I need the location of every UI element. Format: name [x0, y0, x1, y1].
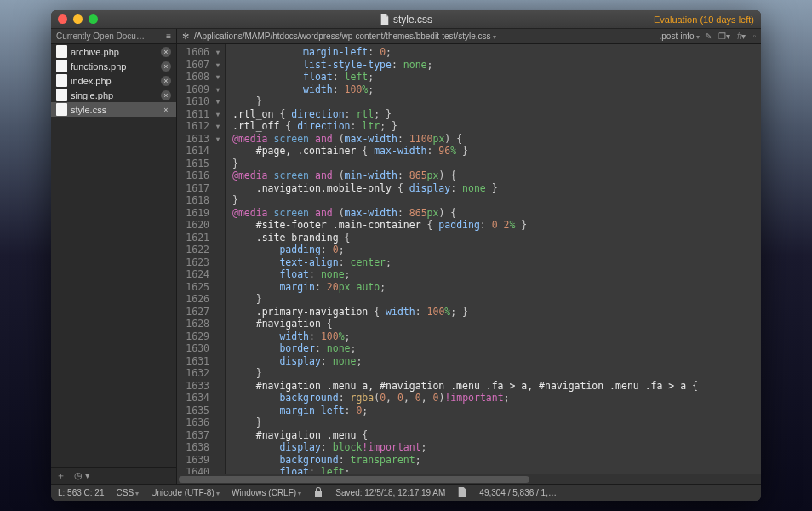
path-bar: ✻ /Applications/MAMP/htdocs/wordpress/wp… [177, 29, 761, 44]
close-file-icon[interactable]: × [161, 90, 171, 100]
close-file-icon[interactable]: × [161, 76, 171, 86]
traffic-lights [58, 14, 98, 24]
file-name: functions.php [71, 61, 126, 72]
encoding[interactable]: Unicode (UTF-8) [151, 488, 220, 497]
cursor-position[interactable]: L: 563 C: 21 [58, 488, 104, 497]
document-icon [380, 14, 390, 25]
evaluation-notice: Evaluation (10 days left) [654, 14, 754, 25]
fold-markers[interactable]: ▾▾▾▾▾▾▾▾ [213, 46, 223, 472]
file-path[interactable]: /Applications/MAMP/htdocs/wordpress/wp-c… [194, 32, 496, 41]
horizontal-scrollbar[interactable] [177, 474, 761, 484]
file-item[interactable]: style.css× [51, 102, 176, 117]
add-button[interactable]: ＋ [56, 469, 66, 482]
scrollbar-thumb[interactable] [179, 476, 529, 483]
document-stats[interactable]: 49,304 / 5,836 / 1,… [479, 488, 557, 497]
editor[interactable]: 1606160716081609161016111612161316141615… [177, 44, 761, 474]
file-item[interactable]: single.php× [51, 88, 176, 102]
file-icon [56, 103, 67, 116]
pencil-icon[interactable]: ✎ [705, 32, 712, 41]
close-file-icon[interactable]: × [161, 47, 171, 57]
file-item[interactable]: index.php× [51, 73, 176, 88]
page-icon [457, 487, 467, 499]
sidebar-header[interactable]: Currently Open Docu… ≡ [51, 29, 176, 44]
close-file-icon[interactable]: × [161, 105, 171, 115]
line-numbers: 1606160716081609161016111612161316141615… [180, 46, 213, 472]
file-icon [56, 89, 67, 101]
window-title-text: style.css [393, 14, 432, 26]
language-mode[interactable]: CSS [116, 488, 139, 497]
titlebar: style.css Evaluation (10 days left) [51, 10, 761, 29]
recent-button[interactable]: ◷ ▾ [74, 470, 90, 481]
file-icon [56, 60, 67, 72]
main-area: ✻ /Applications/MAMP/htdocs/wordpress/wp… [177, 29, 761, 484]
sidebar-collapse-icon[interactable]: ≡ [166, 32, 171, 41]
pages-icon[interactable]: ❐▾ [718, 32, 730, 41]
file-icon [56, 45, 67, 58]
file-name: archive.php [71, 47, 119, 57]
code-area[interactable]: margin-left: 0; list-style-type: none; f… [226, 44, 761, 474]
line-endings[interactable]: Windows (CRLF) [232, 488, 301, 497]
file-name: index.php [71, 76, 112, 86]
saved-status: Saved: 12/5/18, 12:17:19 AM [335, 488, 445, 497]
sidebar-footer: ＋ ◷ ▾ [51, 467, 176, 484]
lock-icon[interactable] [313, 487, 323, 499]
app-window: style.css Evaluation (10 days left) Curr… [51, 10, 761, 501]
file-item[interactable]: functions.php× [51, 59, 176, 73]
window-body: Currently Open Docu… ≡ archive.php×funct… [51, 29, 761, 484]
sidebar-header-label: Currently Open Docu… [56, 32, 145, 41]
gutter: 1606160716081609161016111612161316141615… [177, 44, 226, 474]
file-item[interactable]: archive.php× [51, 44, 176, 59]
hash-icon[interactable]: #▾ [737, 32, 746, 41]
gear-icon[interactable]: ✻ [182, 32, 189, 41]
zoom-window-button[interactable] [89, 14, 98, 24]
file-name: style.css [71, 105, 106, 115]
close-window-button[interactable] [58, 14, 67, 24]
sidebar: Currently Open Docu… ≡ archive.php×funct… [51, 29, 177, 484]
file-name: single.php [71, 90, 113, 100]
close-file-icon[interactable]: × [161, 61, 171, 72]
file-icon [56, 74, 67, 87]
window-title: style.css [380, 14, 432, 26]
path-bar-icons: ✎ ❐▾ #▾ ▫ [705, 32, 756, 41]
minimize-window-button[interactable] [73, 14, 83, 24]
symbol-popup[interactable]: .post-info [660, 32, 700, 41]
doc-icon[interactable]: ▫ [752, 32, 756, 41]
statusbar: L: 563 C: 21 CSS Unicode (UTF-8) Windows… [51, 484, 761, 501]
open-documents-list: archive.php×functions.php×index.php×sing… [51, 44, 176, 467]
